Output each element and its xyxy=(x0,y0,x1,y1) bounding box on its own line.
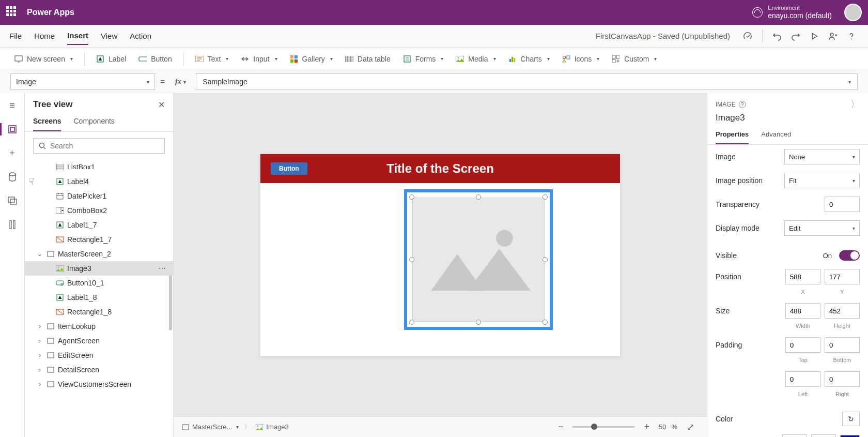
tree-row-label1_7[interactable]: Label1_7⋯ xyxy=(25,218,173,232)
rail-insert-icon[interactable]: + xyxy=(5,146,20,160)
prop-transparency-input[interactable] xyxy=(825,197,860,212)
insert-forms-button[interactable]: Forms▾ xyxy=(398,52,449,66)
environment-selector[interactable]: Environment enayu.com (default) xyxy=(752,5,832,20)
prop-imageposition-select[interactable]: Fit▾ xyxy=(784,173,860,188)
resize-handle[interactable] xyxy=(542,320,548,325)
waffle-menu[interactable] xyxy=(6,6,19,19)
canvas-button[interactable]: Button xyxy=(271,162,307,175)
tree-row-label1_8[interactable]: Label1_8⋯ xyxy=(25,290,173,305)
breadcrumb-item[interactable]: Image3 xyxy=(256,423,288,431)
share-icon[interactable] xyxy=(826,29,840,43)
tab-properties[interactable]: Properties xyxy=(716,127,749,144)
menu-home[interactable]: Home xyxy=(34,27,55,44)
tree-search[interactable] xyxy=(33,138,165,154)
tree-row-itemlookup[interactable]: ›ItemLookup⋯ xyxy=(25,319,173,334)
width-input[interactable] xyxy=(785,303,820,319)
height-input[interactable] xyxy=(825,303,860,319)
tree-row-label4[interactable]: Label4⋯ xyxy=(25,174,173,189)
app-checker-icon[interactable] xyxy=(740,29,755,43)
chevron-right-icon[interactable]: › xyxy=(36,381,43,388)
color-reset-icon[interactable]: ↻ xyxy=(842,412,860,426)
tree-row-button10_1[interactable]: Button10_1⋯ xyxy=(25,276,173,290)
insert-charts-button[interactable]: Charts▾ xyxy=(503,52,555,66)
padding-bottom-input[interactable] xyxy=(825,337,860,353)
tree-row-datepicker1[interactable]: DatePicker1⋯ xyxy=(25,189,173,203)
resize-handle[interactable] xyxy=(476,194,481,200)
tree-row-agentscreen[interactable]: ›AgentScreen⋯ xyxy=(25,334,173,348)
insert-text-button[interactable]: Text▾ xyxy=(190,52,234,66)
help-icon[interactable] xyxy=(844,29,859,43)
breadcrumb-screen[interactable]: MasterScre...▾ xyxy=(182,423,239,431)
insert-custom-button[interactable]: Custom▾ xyxy=(607,52,662,66)
insert-gallery-button[interactable]: Gallery▾ xyxy=(285,52,338,66)
insert-icons-button[interactable]: Icons▾ xyxy=(557,52,605,66)
close-icon[interactable]: ✕ xyxy=(158,100,165,110)
border-width-input[interactable] xyxy=(811,434,836,437)
insert-input-button[interactable]: Input▾ xyxy=(236,52,282,66)
menu-insert[interactable]: Insert xyxy=(67,27,88,45)
padding-right-input[interactable] xyxy=(825,371,860,387)
rail-media-icon[interactable] xyxy=(5,193,20,208)
formula-input[interactable]: SampleImage▾ xyxy=(196,73,858,90)
menu-action[interactable]: Action xyxy=(130,27,151,44)
chevron-right-icon[interactable]: › xyxy=(36,323,43,330)
zoom-in-button[interactable]: + xyxy=(640,421,654,432)
avatar[interactable] xyxy=(844,4,862,21)
tab-advanced[interactable]: Advanced xyxy=(761,127,791,144)
position-x-input[interactable] xyxy=(785,269,820,284)
info-icon[interactable]: ? xyxy=(739,101,746,108)
prop-displaymode-select[interactable]: Edit▾ xyxy=(784,220,860,236)
selected-image[interactable] xyxy=(404,189,553,330)
border-color-swatch[interactable] xyxy=(840,435,860,437)
padding-left-input[interactable] xyxy=(785,371,820,387)
search-input[interactable] xyxy=(50,142,159,150)
fx-button[interactable]: fx▾ xyxy=(170,73,191,90)
new-screen-button[interactable]: New screen▾ xyxy=(9,52,78,66)
resize-handle[interactable] xyxy=(409,257,414,262)
chevron-right-icon[interactable]: › xyxy=(36,366,43,373)
rail-tools-icon[interactable] xyxy=(5,217,20,232)
resize-handle[interactable] xyxy=(409,320,414,325)
tree-row-masterscreen_2[interactable]: ⌄MasterScreen_2⋯ xyxy=(25,247,173,261)
undo-icon[interactable] xyxy=(770,29,784,43)
tab-screens[interactable]: Screens xyxy=(33,114,61,131)
resize-handle[interactable] xyxy=(542,257,548,262)
chevron-right-icon[interactable]: › xyxy=(36,337,43,344)
insert-media-button[interactable]: Media▾ xyxy=(451,52,501,66)
tab-components[interactable]: Components xyxy=(73,114,114,131)
tree-row-rectangle1_7[interactable]: Rectangle1_7⋯ xyxy=(25,232,173,247)
rail-tree-icon[interactable] xyxy=(5,122,20,137)
menu-file[interactable]: File xyxy=(9,27,22,44)
padding-top-input[interactable] xyxy=(785,337,820,353)
resize-handle[interactable] xyxy=(476,320,481,325)
redo-icon[interactable] xyxy=(788,29,803,43)
tree-row-rectangle1_8[interactable]: Rectangle1_8⋯ xyxy=(25,305,173,319)
position-y-input[interactable] xyxy=(825,269,860,284)
tree-row-detailscreen[interactable]: ›DetailScreen⋯ xyxy=(25,363,173,377)
insert-datatable-button[interactable]: Data table xyxy=(340,52,396,66)
insert-label-button[interactable]: Label xyxy=(91,52,131,66)
zoom-out-button[interactable]: − xyxy=(554,421,568,432)
border-style-select[interactable]: —▾ xyxy=(782,434,807,437)
tree-row-editscreen[interactable]: ›EditScreen⋯ xyxy=(25,348,173,363)
play-icon[interactable] xyxy=(807,29,822,43)
resize-handle[interactable] xyxy=(542,194,548,200)
tree-row-image3[interactable]: Image3⋯ xyxy=(25,261,173,276)
property-selector[interactable]: Image▾ xyxy=(10,73,155,90)
tree-row-viewcustomersscreen[interactable]: ›ViewCustomersScreen⋯ xyxy=(25,377,173,391)
zoom-slider[interactable] xyxy=(572,426,634,428)
chevron-right-icon[interactable]: 〉 xyxy=(850,98,860,111)
more-icon[interactable]: ⋯ xyxy=(159,264,167,273)
visible-toggle[interactable] xyxy=(839,250,860,261)
menu-view[interactable]: View xyxy=(101,27,117,44)
prop-image-select[interactable]: None▾ xyxy=(784,149,860,164)
canvas-screen[interactable]: Button Title of the Screen xyxy=(260,154,620,356)
fit-screen-icon[interactable]: ⤢ xyxy=(683,421,699,433)
tree-row-combobox2[interactable]: ComboBox2⋯ xyxy=(25,203,173,218)
chevron-right-icon[interactable]: › xyxy=(36,352,43,359)
chevron-down-icon[interactable]: ⌄ xyxy=(36,250,43,258)
tree-row-listbox1[interactable]: ListBox1⋯ xyxy=(25,160,173,174)
rail-hamburger-icon[interactable]: ≡ xyxy=(5,98,20,113)
insert-button-button[interactable]: Button xyxy=(133,52,177,66)
rail-data-icon[interactable] xyxy=(5,170,20,184)
